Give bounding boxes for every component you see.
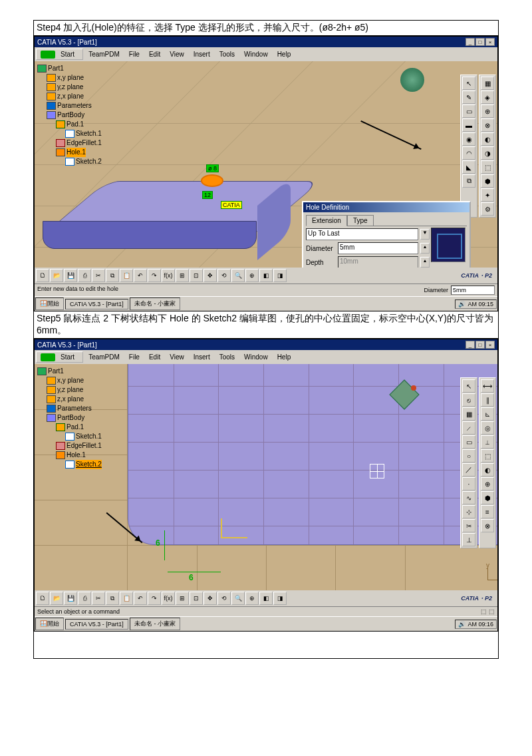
menu-insert[interactable]: Insert [190, 50, 214, 59]
tool-j[interactable]: ⚙ [481, 202, 494, 216]
taskbar-paint[interactable]: 未命名 - 小畫家 [130, 297, 180, 310]
start-button[interactable]: 🪟開始 [35, 297, 64, 310]
btn-copy[interactable]: ⧉ [106, 592, 119, 605]
3d-viewport[interactable]: Part1 x,y plane y,z plane z,x plane Para… [35, 61, 497, 268]
dim-x[interactable]: 6 [189, 573, 194, 582]
btn-v3[interactable]: ✥ [203, 269, 217, 282]
dim-y[interactable]: 6 [156, 538, 160, 548]
minimize-button[interactable]: _ [466, 341, 475, 349]
tool-con3[interactable]: ⊾ [481, 407, 494, 421]
tool-b[interactable]: ◈ [481, 91, 494, 104]
tab-type[interactable]: Type [347, 215, 374, 226]
tool-con2[interactable]: ∥ [481, 393, 494, 407]
btn-v4[interactable]: ⟲ [217, 269, 231, 282]
btn-redo[interactable]: ↷ [148, 592, 161, 605]
btn-v3[interactable]: ✥ [203, 592, 217, 605]
tool-con5[interactable]: ⟂ [481, 435, 494, 449]
taskbar-catia[interactable]: CATIA V5.3 - [Part1] [65, 299, 128, 309]
menu-view[interactable]: View [166, 50, 188, 59]
btn-cut[interactable]: ✂ [92, 592, 105, 605]
tool-pocket[interactable]: ▬ [462, 118, 475, 132]
start-button[interactable]: 🪟開始 [35, 618, 64, 630]
btn-v8[interactable]: ◨ [273, 269, 287, 282]
menu-window[interactable]: Window [240, 353, 272, 361]
sketch-viewport[interactable]: Part1 x,y plane y,z plane z,x plane Para… [35, 364, 497, 590]
tool-h[interactable]: ⬢ [481, 174, 494, 188]
btn-v5[interactable]: 🔍 [231, 592, 245, 605]
tool-grid[interactable]: ▦ [462, 407, 475, 421]
btn-paste[interactable]: 📋 [120, 592, 133, 605]
tool-mirror[interactable]: ⧉ [462, 174, 475, 188]
tool-point[interactable]: · [462, 477, 475, 490]
menu-edit[interactable]: Edit [145, 353, 164, 361]
btn-print[interactable]: ⎙ [78, 592, 91, 605]
tool-x2[interactable]: ◐ [481, 463, 494, 476]
maximize-button[interactable]: □ [475, 341, 485, 349]
btn-v5[interactable]: 🔍 [231, 269, 245, 282]
maximize-button[interactable]: □ [475, 38, 485, 46]
btn-fx[interactable]: f(x) [162, 592, 175, 605]
menu-tools[interactable]: Tools [215, 353, 239, 361]
dropdown-icon[interactable]: ▼ [420, 229, 430, 240]
spinner-icon[interactable]: ▴ [420, 243, 430, 254]
btn-v6[interactable]: ⊕ [245, 592, 259, 605]
btn-v6[interactable]: ⊕ [245, 269, 259, 282]
tool-x4[interactable]: ⬢ [481, 491, 494, 504]
tool-dim[interactable]: ⟷ [481, 379, 494, 393]
tab-extension[interactable]: Extension [306, 215, 347, 226]
tool-select[interactable]: ↖ [462, 77, 475, 90]
diameter-input[interactable]: 5mm [338, 242, 418, 254]
tool-a[interactable]: ▦ [481, 77, 494, 90]
tool-trim[interactable]: ✂ [462, 519, 475, 532]
menu-help[interactable]: Help [273, 50, 295, 59]
tool-select[interactable]: ↖ [462, 379, 475, 393]
btn-v2[interactable]: ⊡ [190, 269, 203, 282]
tool-pad[interactable]: ▭ [462, 104, 475, 118]
btn-v8[interactable]: ◨ [273, 592, 287, 605]
btn-v2[interactable]: ⊡ [190, 592, 203, 605]
menu-help[interactable]: Help [273, 353, 295, 361]
menu-edit[interactable]: Edit [145, 50, 164, 59]
taskbar-paint[interactable]: 未命名 - 小畫家 [130, 618, 180, 630]
btn-copy[interactable]: ⧉ [106, 269, 119, 282]
btn-save[interactable]: 💾 [64, 269, 77, 282]
extension-type-select[interactable]: Up To Last [306, 228, 418, 240]
compass[interactable] [400, 68, 424, 92]
btn-fx[interactable]: f(x) [162, 269, 175, 282]
tool-profile[interactable]: ⟋ [462, 421, 475, 435]
btn-redo[interactable]: ↷ [148, 269, 161, 282]
btn-new[interactable]: 🗋 [36, 269, 49, 282]
tool-g[interactable]: ⬚ [481, 160, 494, 174]
menu-window[interactable]: Window [240, 50, 272, 59]
tool-c[interactable]: ⊕ [481, 104, 494, 118]
spec-tree[interactable]: Part1 x,y plane y,z plane z,x plane Para… [37, 64, 102, 166]
menu-teampdm[interactable]: TeamPDM [84, 50, 124, 59]
tool-line[interactable]: ／ [462, 463, 475, 476]
tool-f[interactable]: ◑ [481, 146, 494, 160]
menu-file[interactable]: File [125, 50, 144, 59]
tree-hole-selected[interactable]: Hole.1 [66, 148, 86, 157]
btn-v1[interactable]: ⊞ [176, 269, 189, 282]
close-button[interactable]: × [485, 38, 495, 46]
minimize-button[interactable]: _ [466, 38, 475, 46]
tool-exit[interactable]: ⎋ [462, 393, 475, 407]
btn-paste[interactable]: 📋 [120, 269, 133, 282]
tool-hole[interactable]: ◉ [462, 132, 475, 146]
start-menu[interactable]: Start [36, 49, 83, 60]
spec-tree[interactable]: Part1 x,y plane y,z plane z,x plane Para… [37, 367, 102, 469]
hole-preview[interactable] [201, 174, 223, 187]
tool-x5[interactable]: ≡ [481, 505, 494, 518]
taskbar-catia[interactable]: CATIA V5.3 - [Part1] [65, 619, 128, 630]
menu-tools[interactable]: Tools [215, 50, 239, 59]
system-tray[interactable]: 🔊AM 09:15 [455, 299, 497, 309]
tool-x1[interactable]: ⬚ [481, 449, 494, 463]
btn-print[interactable]: ⎙ [78, 269, 91, 282]
menu-teampdm[interactable]: TeamPDM [84, 353, 124, 361]
tool-sketch[interactable]: ✎ [462, 91, 475, 104]
start-menu[interactable]: Start [36, 351, 83, 363]
status-diameter-input[interactable] [451, 285, 495, 295]
tool-e[interactable]: ◐ [481, 132, 494, 146]
tool-spline[interactable]: ∿ [462, 491, 475, 504]
menu-insert[interactable]: Insert [190, 353, 214, 361]
btn-v1[interactable]: ⊞ [176, 592, 189, 605]
